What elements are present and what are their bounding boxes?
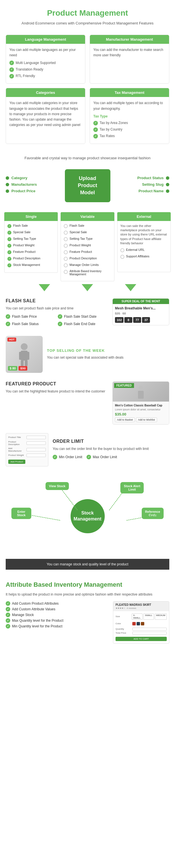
- attr-item-2: Add Custom Attribute Values: [6, 607, 109, 612]
- empty-check-ext-2: [120, 255, 124, 259]
- dot-icon-3: [6, 189, 9, 193]
- variable-item-4: Product Weight: [64, 243, 111, 248]
- upload-left-item-3: Product Price: [6, 189, 62, 193]
- order-limit-content: ORDER LIMIT You can set the order limit …: [53, 439, 169, 460]
- stock-center-node: Stock Management: [70, 499, 105, 533]
- attr-check-icon-2: [6, 607, 10, 612]
- deal-product-name: Mesh Breathable Men's...: [115, 306, 167, 310]
- svg-point-6: [139, 386, 143, 390]
- deal-price: $35 60: [115, 311, 167, 315]
- attribute-title: Attribute Based Inventory Management: [6, 581, 169, 588]
- form-input-2: [26, 441, 46, 445]
- page-subtitle: Android Ecommerce comes with Comprehensi…: [6, 21, 169, 26]
- upload-section: Category Manufacturers Product Price Upl…: [0, 166, 175, 208]
- top-selling-inner: HOT $ 80 $90 TOP SELLING OF THE WEEK You…: [6, 336, 169, 373]
- top-selling-desc: You can set special sale that associated…: [47, 355, 169, 360]
- manufacturer-box-header: Manufacturer Management: [90, 35, 169, 44]
- flash-sale-title: FLASH SALE: [6, 298, 108, 304]
- attr-item-5: Min Quantity level for the Product: [6, 624, 109, 628]
- upload-left: Category Manufacturers Product Price: [6, 176, 62, 195]
- form-row-4: Product Weight: [8, 454, 46, 457]
- form-label-2: Product Description: [8, 440, 25, 446]
- attr-total-row: Total Price: [116, 632, 167, 634]
- tax-box-body: You can add multiple types of tax accord…: [90, 97, 169, 143]
- flash-check-icon-2: [58, 314, 62, 319]
- filled-check-6: [7, 257, 11, 261]
- single-item-6: Product Description: [7, 256, 55, 261]
- upload-right-item-1: Product Status: [113, 176, 170, 180]
- single-item-2: Special Sale: [7, 230, 55, 235]
- attr-card-body: Size X-SMALL SMALL MEDIUM Color: [113, 611, 169, 643]
- view-stock-node: View Stock: [46, 482, 69, 490]
- tax-item-2: Tax by Country: [93, 127, 166, 132]
- manufacturer-box: Manufacturer Management You can add the …: [90, 35, 169, 84]
- attr-qty-input[interactable]: [132, 628, 167, 630]
- upload-center: UploadProductModel: [65, 169, 110, 202]
- language-box: Language Management You can add multiple…: [6, 35, 85, 84]
- filled-check-4: [7, 244, 11, 248]
- attribute-card: PLEATED MADRAS SKIRT ★★★★☆ 4 reviews Siz…: [113, 601, 169, 644]
- filled-check-2: [7, 231, 11, 235]
- product-silhouette: [16, 342, 33, 367]
- tax-desc: You can add multiple types of tax accord…: [93, 100, 166, 111]
- tax-item-1: Tax by Area Zones: [93, 120, 166, 126]
- order-form-mock: Product Title Product Description Add Ma…: [6, 433, 48, 466]
- categories-desc: You can add multiple categories in your …: [9, 100, 82, 128]
- tax-box: Tax Management You can add multiple type…: [90, 88, 169, 144]
- size-s[interactable]: SMALL: [143, 614, 154, 620]
- svg-point-0: [21, 343, 28, 350]
- form-input-1: [26, 436, 46, 439]
- add-to-basket-button[interactable]: Add to Basket: [115, 417, 135, 422]
- variable-body: Flash Sale Special Sale Setting Tax Type…: [61, 221, 114, 281]
- single-type-col: Single Flash Sale Special Sale Setting T…: [4, 212, 58, 281]
- empty-check-4: [64, 244, 68, 248]
- deal-card: SUPER DEAL OF THE MONT Mesh Breathable M…: [112, 298, 169, 326]
- flash-check-icon-1: [6, 314, 10, 319]
- swatch-dark[interactable]: [137, 622, 140, 625]
- flash-check-4: Flash Sale End Date: [58, 322, 108, 326]
- order-check-icon-2: [87, 455, 91, 459]
- attr-check-icon-4: [6, 618, 10, 623]
- add-to-wishlist-button[interactable]: Add to Wishlist: [136, 417, 157, 422]
- order-check-1: Min Order Limit: [53, 455, 82, 459]
- external-header: External: [117, 212, 171, 221]
- flash-check-icon-4: [58, 322, 62, 326]
- swatch-brown[interactable]: [141, 622, 144, 625]
- add-to-cart-button[interactable]: ADD TO CART: [116, 637, 167, 641]
- add-product-button[interactable]: Add Product: [8, 460, 25, 464]
- empty-check-ext-1: [120, 248, 124, 252]
- top-selling-image: HOT $ 80 $90: [6, 336, 43, 373]
- arrow-down-3: [125, 284, 136, 291]
- attribute-inner: Add Custom Product Attributes Add Custom…: [6, 601, 169, 644]
- arrow-down-2: [82, 284, 93, 291]
- stock-management-section: View Stock Stock AlertLimit EnterStock R…: [0, 471, 175, 575]
- product-types-section: Single Flash Sale Special Sale Setting T…: [0, 208, 175, 281]
- attr-qty-label: Quantity: [116, 628, 131, 630]
- lang-item-1: Multi Language Supported: [9, 60, 82, 66]
- order-limit-image: Product Title Product Description Add Ma…: [6, 433, 48, 466]
- enter-stock-node: EnterStock: [11, 508, 31, 519]
- single-item-3: Setting Tax Type: [7, 237, 55, 241]
- page-header: Product Management Android Ecommerce com…: [0, 0, 175, 32]
- size-xs[interactable]: X-SMALL: [132, 614, 143, 620]
- external-type-col: External You can sale the other marketpl…: [117, 212, 171, 281]
- svg-rect-4: [21, 360, 24, 366]
- form-row-1: Product Title: [8, 436, 46, 439]
- size-m[interactable]: MEDIUM: [155, 614, 167, 620]
- empty-check-5: [64, 250, 68, 254]
- order-limit-section: Product Title Product Description Add Ma…: [0, 429, 175, 471]
- upload-columns: Category Manufacturers Product Price Upl…: [6, 169, 169, 202]
- lang-item-2: Translation Ready: [9, 67, 82, 72]
- single-item-4: Product Weight: [7, 243, 55, 248]
- svg-rect-7: [138, 391, 144, 399]
- dot-icon-1: [6, 176, 9, 180]
- flash-sale-checks: Flash Sale Price Flash Sale Start Date F…: [6, 314, 108, 327]
- feature-grid: Language Management You can add multiple…: [0, 32, 175, 150]
- empty-check-6: [64, 257, 68, 261]
- featured-card: FEATURED Men's Cotton Classic Baseball C…: [112, 381, 169, 425]
- featured-right: FEATURED Men's Cotton Classic Baseball C…: [112, 381, 169, 425]
- swatch-red[interactable]: [132, 622, 136, 625]
- dot-icon-5: [166, 183, 169, 186]
- attr-total-display: [132, 632, 167, 634]
- flash-sale-inner: FLASH SALE You can set product flash sal…: [6, 298, 169, 327]
